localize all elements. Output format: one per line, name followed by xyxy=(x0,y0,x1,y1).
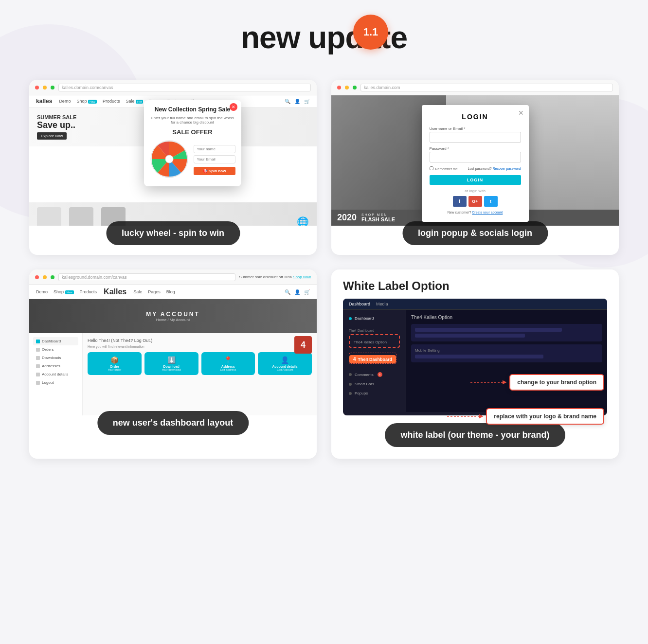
wl-header: White Label Option xyxy=(331,269,619,299)
orders-icon xyxy=(36,348,40,352)
sidebar-logout[interactable]: Logout xyxy=(33,378,78,387)
the4-option-box: The4 Kalles Option xyxy=(349,334,400,348)
download-action[interactable]: ⬇️ Download Your download xyxy=(144,352,198,375)
order-icon: 📦 xyxy=(90,356,140,364)
email-input[interactable] xyxy=(194,155,235,163)
dot-yellow xyxy=(345,86,349,89)
account-action[interactable]: 👤 Account details Edit Account xyxy=(258,352,312,375)
mobile-bar xyxy=(415,355,543,358)
wl-sidebar-popups[interactable]: Popups xyxy=(343,389,406,398)
sidebar-account-details[interactable]: Account details xyxy=(33,370,78,378)
popup-title: New Collection Spring Sale xyxy=(150,106,235,114)
spin-form: 🎯 Spin now xyxy=(194,145,235,175)
comments-badge: 6 xyxy=(378,372,382,377)
card-label-area: new user's dashboard layout xyxy=(29,415,317,445)
product-img-1 xyxy=(37,207,61,226)
smartbars-dot xyxy=(349,383,352,386)
google-login-btn[interactable]: G+ xyxy=(468,196,482,207)
download-icon: ⬇️ xyxy=(146,356,197,364)
hero-subtitle: SUMMER SALE xyxy=(37,114,76,120)
dashboard-card: kallesground.domain.com/canvas Summer sa… xyxy=(29,269,317,459)
sidebar-addresses[interactable]: Addresses xyxy=(33,362,78,370)
sidebar-downloads[interactable]: Downloads xyxy=(33,354,78,362)
login-options: Remember me Lost password? Recover passw… xyxy=(430,166,521,171)
remember-me-checkbox[interactable] xyxy=(430,166,433,170)
card-label-area: lucky wheel - spin to win xyxy=(29,226,317,255)
the4-label: The4 Dashboard xyxy=(349,329,400,332)
logo-icon: 4 xyxy=(353,357,356,362)
svg-point-1 xyxy=(165,155,173,163)
nav-media: Media xyxy=(376,302,388,306)
create-account-link[interactable]: Create your account xyxy=(472,211,503,214)
page-title: new update xyxy=(29,19,619,55)
callout-2-area: replace with your logo & brand name xyxy=(486,408,604,425)
wl-sidebar: Dashboard The4 Dashboard The4 Kalles Opt… xyxy=(343,310,406,412)
download-sub: Your download xyxy=(146,368,197,371)
dashboard-actions: 📦 Order Your order ⬇️ Download Your down… xyxy=(88,352,312,375)
wl-main: The4 Kalles Option Mobile Setting xyxy=(406,310,607,412)
or-text: or login with xyxy=(430,189,521,193)
nav-pages: Pages xyxy=(148,289,161,294)
social-login-buttons: f G+ t xyxy=(430,196,521,207)
popup-close[interactable]: ✕ xyxy=(230,103,237,111)
nav-icons: 🔍👤🛒 xyxy=(285,289,310,295)
dash-hero: MY ACCOUNT Home / My Account xyxy=(29,299,317,333)
password-label: Password * xyxy=(430,146,521,151)
wl-title: White Label Option xyxy=(343,279,607,293)
address-action[interactable]: 📍 Address Edit address xyxy=(201,352,255,375)
recover-link[interactable]: Recover password xyxy=(493,167,521,170)
product-img-2 xyxy=(69,207,93,226)
dot-yellow xyxy=(43,86,47,89)
account-action-sub: Edit Account xyxy=(260,368,310,371)
dot-green xyxy=(51,275,54,279)
popup-subtitle: Enter your full name and email to spin t… xyxy=(150,116,235,125)
arrow-2-svg xyxy=(447,411,486,421)
dash-browser-bar: kallesground.domain.com/canvas Summer sa… xyxy=(29,269,317,285)
brand-name: Kalles xyxy=(104,287,126,296)
browser-url: kallesground.domain.com/canvas xyxy=(58,273,235,281)
wl-sidebar-dashboard[interactable]: Dashboard xyxy=(343,314,406,323)
wl-sidebar-smartbars[interactable]: Smart Bars xyxy=(343,379,406,389)
dash-site: Demo Shop New Products Kalles Sale Pages… xyxy=(29,285,317,415)
arrow-1-svg xyxy=(470,377,509,387)
username-input[interactable] xyxy=(430,132,521,143)
browser-bar: kalles.domain.com/canvas xyxy=(29,80,317,95)
password-input[interactable] xyxy=(430,152,521,162)
twitter-login-btn[interactable]: t xyxy=(484,196,498,207)
nav-sale: Sale Hot xyxy=(126,99,143,104)
summer-sale-banner: Summer sale discount off 30% Shop Now xyxy=(239,275,311,279)
browser-url: kalles.domain.com xyxy=(360,84,613,91)
wl-the4-section: The4 Dashboard The4 Kalles Option 4 xyxy=(343,327,406,366)
sidebar-dashboard[interactable]: Dashboard xyxy=(33,337,78,345)
shop-now-link[interactable]: Shop Now xyxy=(293,275,311,279)
nav-dashboard: Dashboard xyxy=(349,302,370,306)
option-bar-2 xyxy=(415,334,525,338)
lucky-wheel-screenshot: kalles.domain.com/canvas kalles Demo Sho… xyxy=(29,80,317,226)
nav-icons: 🔍👤🛒 xyxy=(285,99,310,104)
login-browser-bar: kalles.domain.com xyxy=(331,80,619,95)
address-icon: 📍 xyxy=(203,356,253,364)
login-button[interactable]: LOGIN xyxy=(430,175,521,185)
login-popup-card: kalles.domain.com SHOP WOMEN FLASH SALE xyxy=(331,80,619,255)
wl-sidebar-comments[interactable]: Comments 6 xyxy=(343,370,406,379)
sidebar-orders[interactable]: Orders xyxy=(33,345,78,354)
dash-nav-links: Demo Shop New Products xyxy=(36,289,97,294)
nav-demo: Demo xyxy=(36,289,48,294)
wl-option-row2: Mobile Setting xyxy=(411,344,602,362)
dash-body: Dashboard Orders Downloads xyxy=(29,333,317,415)
username-label: Username or Email * xyxy=(430,126,521,131)
order-action[interactable]: 📦 Order Your order xyxy=(88,352,142,375)
lucky-wheel-card: kalles.domain.com/canvas kalles Demo Sho… xyxy=(29,80,317,255)
dashboard-screenshot: kallesground.domain.com/canvas Summer sa… xyxy=(29,269,317,415)
spin-button[interactable]: 🎯 Spin now xyxy=(194,167,235,175)
dot-red xyxy=(35,275,39,279)
explore-btn[interactable]: Explore Now xyxy=(37,132,67,140)
callout-logo-brand: replace with your logo & brand name xyxy=(486,408,604,425)
address-sub: Edit address xyxy=(203,368,253,371)
dash-main: 4 Hello The4! (Not The4? Log Out.) Here … xyxy=(83,333,317,415)
dash-nav-links2: Sale Pages Blog xyxy=(133,289,175,294)
login-close-icon[interactable]: ✕ xyxy=(518,109,524,117)
option-bar-1 xyxy=(415,328,562,332)
name-input[interactable] xyxy=(194,145,235,153)
facebook-login-btn[interactable]: f xyxy=(453,196,467,207)
